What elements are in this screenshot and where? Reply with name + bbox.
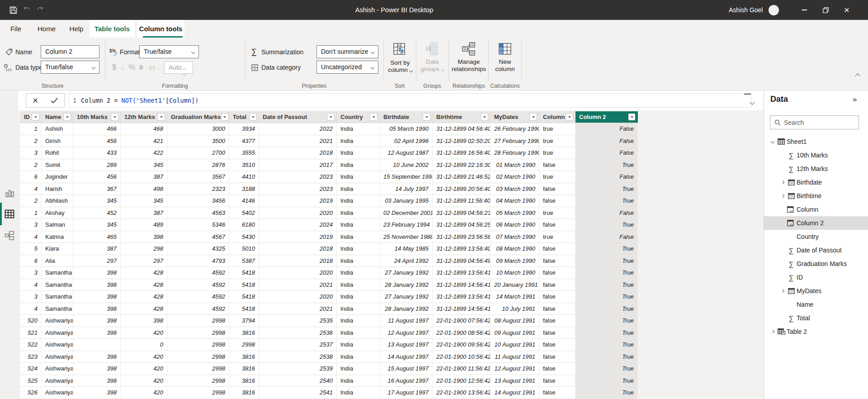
redo-icon[interactable]: [35, 5, 45, 15]
table-row[interactable]: 520Aishwariya398398299837942535India11 A…: [20, 315, 638, 327]
new-column-button[interactable]: Newcolumn: [491, 41, 519, 81]
data-type-select[interactable]: True/false: [41, 61, 99, 74]
tab-home[interactable]: Home: [36, 20, 57, 38]
table-row[interactable]: 6Joginder456387356744102023India15 Septe…: [20, 171, 638, 183]
table-row[interactable]: 521Aishwariya398420299838162536India12 A…: [20, 327, 638, 339]
collapse-panel-icon[interactable]: »: [853, 95, 857, 104]
table-row[interactable]: 2Abhilash345345345641462019India03 Janua…: [20, 195, 638, 207]
report-view-icon[interactable]: [4, 188, 15, 199]
field-item-date-of-passout[interactable]: ∑Date of Passout: [764, 243, 868, 257]
field-item-column-2[interactable]: fxColumn 2: [764, 216, 868, 230]
avatar[interactable]: [769, 5, 779, 15]
column-filter-dropdown[interactable]: [32, 113, 39, 121]
column-header-birthtime[interactable]: Birthtime: [433, 111, 491, 123]
column-filter-dropdown[interactable]: [481, 113, 488, 121]
column-filter-dropdown[interactable]: [529, 113, 537, 121]
column-header-birthdate[interactable]: Birthdate: [380, 111, 433, 123]
column-name-input[interactable]: Column 2: [41, 45, 99, 58]
column-header-total[interactable]: Total: [229, 111, 259, 123]
undo-icon[interactable]: [22, 5, 32, 15]
table-row[interactable]: 1Akshay452387456354022020India02 Decembe…: [20, 207, 638, 219]
search-input[interactable]: Search: [770, 115, 859, 129]
minimize-button[interactable]: [794, 0, 815, 20]
save-icon[interactable]: [8, 5, 18, 15]
column-filter-dropdown[interactable]: [221, 113, 229, 121]
column-filter-dropdown[interactable]: [423, 113, 430, 121]
restore-button[interactable]: [815, 0, 836, 20]
table-row[interactable]: 4Samantha398428459254182021India28 Janua…: [20, 279, 638, 291]
field-item-birthtime[interactable]: Birthtime: [764, 189, 868, 203]
field-item-column[interactable]: fxColumn: [764, 203, 868, 216]
data-category-select[interactable]: Uncategorized: [316, 61, 378, 74]
collapse-ribbon-icon[interactable]: [856, 71, 859, 80]
field-item-birthdate[interactable]: Birthdate: [764, 176, 868, 189]
field-item-total[interactable]: ∑Total: [764, 311, 868, 325]
field-item-table-2[interactable]: Table 2: [764, 325, 868, 338]
tab-help[interactable]: Help: [68, 20, 85, 38]
table-row[interactable]: 5Kiara387298432550102018India14 May 1985…: [20, 243, 638, 255]
field-item-10th-marks[interactable]: ∑10th Marks: [764, 148, 868, 162]
table-row[interactable]: 3Rohit433422270035552018India12 August 1…: [20, 147, 638, 159]
table-row[interactable]: 3Samantha398428459254182020India27 Janua…: [20, 291, 638, 303]
field-item-12th-marks[interactable]: ∑12th Marks: [764, 162, 868, 176]
model-view-icon[interactable]: [4, 230, 15, 241]
field-item-name[interactable]: Name: [764, 298, 868, 311]
format-select[interactable]: True/false: [139, 45, 199, 58]
formula-input[interactable]: 1Column 2 = NOT('Sheet1'[Column]): [69, 93, 751, 108]
cancel-formula-icon[interactable]: ✕: [32, 96, 38, 105]
chevron-down-icon[interactable]: [769, 140, 776, 143]
column-filter-dropdown[interactable]: [566, 113, 573, 121]
chevron-right-icon[interactable]: [779, 290, 786, 292]
field-item-sheet1[interactable]: Sheet1: [764, 135, 868, 148]
field-item-graduation-marks[interactable]: ∑Graduation Marks: [764, 257, 868, 271]
close-button[interactable]: ×: [836, 0, 857, 20]
summarization-select[interactable]: Don't summarize: [316, 45, 378, 58]
data-view-icon[interactable]: [4, 209, 15, 219]
tab-table-tools[interactable]: Table tools: [90, 20, 135, 38]
column-filter-dropdown[interactable]: [249, 113, 257, 121]
chevron-right-icon[interactable]: [769, 330, 776, 333]
table-row[interactable]: 4Samantha398428459254182021India28 Janua…: [20, 303, 638, 315]
sort-by-column-button[interactable]: Sort bycolumn: [386, 41, 414, 81]
formula-bar-resize-handle[interactable]: [744, 94, 751, 95]
expand-formula-bar-icon[interactable]: [750, 98, 754, 106]
commit-formula-icon[interactable]: [51, 97, 58, 104]
table-row[interactable]: 525Aishwariya398420299838162540India16 A…: [20, 375, 638, 387]
chevron-right-icon[interactable]: [779, 181, 786, 184]
table-row[interactable]: 1Ashish466468300039342022India05 March 1…: [20, 123, 638, 135]
column-filter-dropdown[interactable]: [63, 113, 71, 121]
table-row[interactable]: 526Aishwariya398420299838162541India17 A…: [20, 387, 638, 399]
column-header-column-2[interactable]: Column 2: [576, 111, 638, 123]
table-row[interactable]: 524Aishwariya398420299838162539India15 A…: [20, 363, 638, 375]
column-header-10th-marks[interactable]: 10th Marks: [73, 111, 121, 123]
table-row[interactable]: 522Aishwariya0299829982537India13 August…: [20, 339, 638, 351]
field-item-country[interactable]: Country: [764, 230, 868, 243]
column-header-graduation-marks[interactable]: Graduation Marks: [167, 111, 229, 123]
table-row[interactable]: 4Katrina465398456754302019India25 Novemb…: [20, 231, 638, 243]
chevron-right-icon[interactable]: [779, 195, 786, 197]
column-header-country[interactable]: Country: [337, 111, 380, 123]
table-row[interactable]: 3Samantha398428459254182020India27 Janua…: [20, 267, 638, 279]
table-row[interactable]: 4Harish367498232331882023India14 July 19…: [20, 183, 638, 195]
field-item-id[interactable]: ∑ID: [764, 271, 868, 284]
column-filter-dropdown[interactable]: [111, 113, 118, 121]
signed-in-user[interactable]: Ashish Goel: [729, 0, 763, 20]
column-header-name[interactable]: Name: [42, 111, 73, 123]
column-filter-dropdown[interactable]: [628, 113, 636, 121]
decimal-places-auto[interactable]: Auto: [164, 62, 193, 74]
column-filter-dropdown[interactable]: [157, 113, 165, 121]
table-row[interactable]: 2Girish456421350043772021India02 April 1…: [20, 135, 638, 147]
column-filter-dropdown[interactable]: [370, 113, 377, 121]
column-header-date-of-passout[interactable]: Date of Passout: [259, 111, 337, 123]
manage-relationships-button[interactable]: Managerelationships: [451, 41, 486, 81]
column-header-mydates[interactable]: MyDates: [491, 111, 539, 123]
tab-file[interactable]: File: [7, 20, 24, 38]
column-header-column[interactable]: Column: [539, 111, 576, 123]
field-item-mydates[interactable]: MyDates: [764, 284, 868, 298]
column-filter-dropdown[interactable]: [327, 113, 335, 121]
table-row[interactable]: 2Sumit289345287635102017India10 June 200…: [20, 159, 638, 171]
table-row[interactable]: 523Aishwariya398420299838162538India14 A…: [20, 351, 638, 363]
table-row[interactable]: 6Alia297297479353872018India24 April 199…: [20, 255, 638, 267]
column-header-12th-marks[interactable]: 12th Marks: [121, 111, 167, 123]
column-header-id[interactable]: ID: [20, 111, 42, 123]
